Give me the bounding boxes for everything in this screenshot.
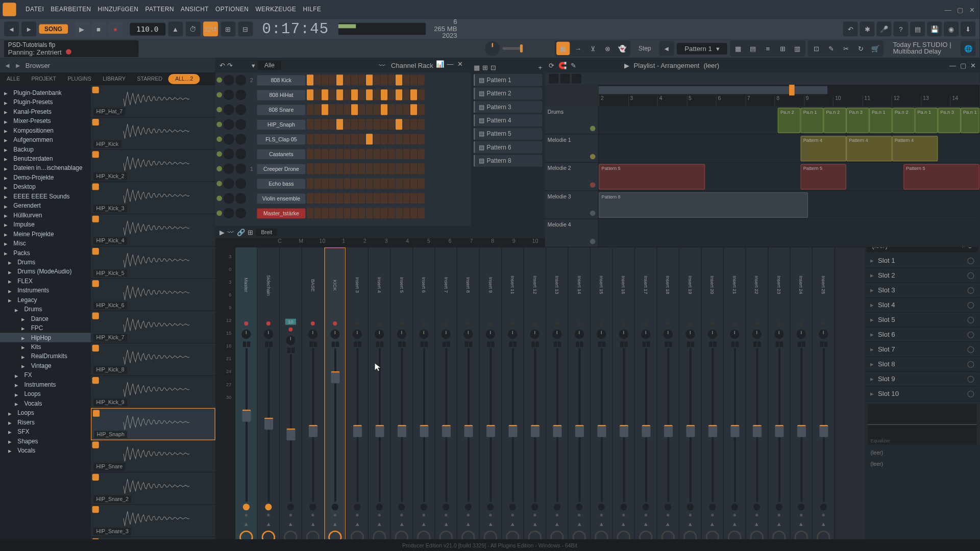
tree-item[interactable]: ▸Plugin-Datenbank: [0, 88, 91, 97]
strip-route-arrow[interactable]: ▴: [286, 520, 295, 527]
channel-led[interactable]: [216, 137, 222, 142]
strip-led[interactable]: [821, 321, 825, 325]
strip-solo-dot[interactable]: [645, 514, 647, 516]
channel-pan-knob[interactable]: [224, 89, 234, 100]
sample-item[interactable]: HIP_Kick_3: [91, 182, 215, 214]
step-button[interactable]: [418, 134, 424, 144]
strip-stereo-sep[interactable]: [775, 342, 782, 347]
pl-mode1-icon[interactable]: [549, 74, 558, 83]
countdown-icon[interactable]: ⏱: [185, 21, 200, 36]
strip-pan-knob[interactable]: [819, 330, 828, 339]
channel-name[interactable]: Creeper Drone: [257, 164, 305, 174]
strip-led[interactable]: [710, 321, 715, 325]
tree-item[interactable]: ▸Loops: [0, 408, 91, 417]
tab-library[interactable]: LIBRARY: [97, 74, 131, 84]
strip-route-arrow[interactable]: ▴: [398, 520, 406, 527]
strip-led[interactable]: [555, 321, 559, 325]
minimize-icon[interactable]: —: [943, 5, 952, 14]
pattern-item[interactable]: ▤ Pattern 8: [474, 155, 542, 167]
browser-tree[interactable]: ▸Plugin-Datenbank▸Plugin-Presets▸Kanal-P…: [0, 85, 91, 551]
step-button[interactable]: [403, 163, 409, 174]
strip-solo-dot[interactable]: [622, 514, 625, 516]
step-button[interactable]: [329, 119, 336, 130]
tree-item[interactable]: ▸Drums: [0, 258, 91, 267]
strip-fader[interactable]: [530, 425, 539, 437]
fx-slot-led[interactable]: [967, 302, 974, 308]
mixer-strip[interactable]: Insert 22▴: [746, 247, 768, 551]
menu-datei[interactable]: DATEI: [26, 6, 44, 13]
fx-slot[interactable]: ▸Slot 7: [865, 342, 979, 357]
channel-led[interactable]: [216, 152, 222, 157]
mixer-strip[interactable]: Insert 23▴: [768, 247, 790, 551]
tree-item[interactable]: ▸Shapes: [0, 436, 91, 445]
channel-pan-knob[interactable]: [224, 134, 234, 144]
channel-vol-knob[interactable]: [235, 89, 246, 100]
tree-item[interactable]: ▸HipHop: [0, 333, 91, 342]
strip-led[interactable]: [288, 328, 292, 332]
tool-4-icon[interactable]: ↻: [854, 42, 867, 55]
strip-fader[interactable]: [508, 425, 517, 437]
pattern-item[interactable]: ▤ Pattern 5: [474, 128, 542, 140]
fx-slot[interactable]: ▸Slot 4: [865, 298, 979, 313]
strip-solo-dot[interactable]: [578, 514, 580, 516]
tree-item[interactable]: ▸Mixer-Presets: [0, 116, 91, 126]
strip-mute-button[interactable]: [398, 504, 405, 510]
metronome-icon[interactable]: ▲: [168, 21, 183, 36]
menu-werkzeuge[interactable]: WERKZEUGE: [255, 6, 296, 13]
channel-vol-knob[interactable]: [235, 178, 246, 189]
view-piano-icon[interactable]: ▤: [746, 42, 760, 55]
clip[interactable]: Pattern 4: [846, 136, 892, 161]
fx-slot-led[interactable]: [967, 375, 974, 382]
cr-graph-icon[interactable]: 📊: [436, 61, 445, 70]
tree-item[interactable]: ▸Loops: [0, 389, 91, 398]
step-button[interactable]: [344, 163, 350, 174]
strip-route-arrow[interactable]: ▴: [775, 520, 783, 527]
playlist-track[interactable]: DrumsPa.n 2Pa.n 1Pa.n 2Pa.n 3Pa.n 1Pa.n …: [545, 106, 979, 134]
strip-fader[interactable]: [353, 425, 361, 437]
channel-led[interactable]: [216, 211, 222, 216]
step-button[interactable]: [351, 104, 358, 115]
strip-stereo-sep[interactable]: [331, 342, 338, 347]
step-button[interactable]: [351, 163, 358, 174]
step-button[interactable]: [373, 148, 380, 159]
strip-mute-button[interactable]: [776, 504, 782, 510]
strip-route-arrow[interactable]: ▴: [375, 520, 383, 527]
strip-pan-knob[interactable]: [752, 330, 762, 339]
strip-stereo-sep[interactable]: [376, 342, 383, 347]
step-button[interactable]: [418, 104, 424, 115]
step-button[interactable]: [373, 134, 380, 144]
strip-stereo-sep[interactable]: [598, 342, 605, 347]
mixer-strip[interactable]: Insert 11▴: [502, 247, 524, 551]
strip-fader[interactable]: [686, 425, 695, 437]
step-button[interactable]: [307, 119, 313, 130]
strip-solo-dot[interactable]: [356, 514, 358, 516]
sample-item[interactable]: HIP_Snare_3: [91, 505, 215, 537]
strip-pan-knob[interactable]: [619, 330, 628, 339]
strip-route-arrow[interactable]: ▴: [420, 520, 428, 527]
step-button[interactable]: [366, 163, 373, 174]
clip[interactable]: Pa.n 1: [869, 108, 892, 133]
strip-route-arrow[interactable]: ▴: [264, 520, 273, 527]
strip-pan-knob[interactable]: [463, 330, 473, 339]
playlist-leer[interactable]: (leer): [703, 62, 719, 69]
tree-item[interactable]: ▸FPC: [0, 323, 91, 333]
step-button[interactable]: [322, 193, 328, 204]
tree-item[interactable]: ▸Dateien in…ischenablage: [0, 163, 91, 172]
step-button[interactable]: [410, 148, 417, 159]
cr-wave-icon[interactable]: 〰: [379, 62, 385, 69]
strip-stereo-sep[interactable]: [642, 342, 649, 347]
fx-out1[interactable]: (leer): [865, 447, 979, 458]
sample-list[interactable]: HIP_Hat_7HIP_KickHIP_Kick_2HIP_Kick_3HIP…: [91, 85, 215, 551]
sample-item[interactable]: HIP_Kick_2: [91, 150, 215, 182]
sample-item[interactable]: HIP_Kick_8: [91, 343, 215, 375]
step-button[interactable]: [314, 163, 321, 174]
step-button[interactable]: [336, 148, 343, 159]
strip-pan-knob[interactable]: [530, 330, 540, 339]
step-button[interactable]: [410, 178, 417, 189]
strip-solo-dot[interactable]: [600, 514, 603, 516]
menu-optionen[interactable]: OPTIONEN: [215, 6, 249, 13]
strip-solo-dot[interactable]: [733, 514, 736, 516]
strip-mute-button[interactable]: [554, 504, 560, 510]
playlist-ruler[interactable]: 234567891011121314: [599, 95, 979, 106]
strip-route-arrow[interactable]: ▴: [464, 520, 472, 527]
